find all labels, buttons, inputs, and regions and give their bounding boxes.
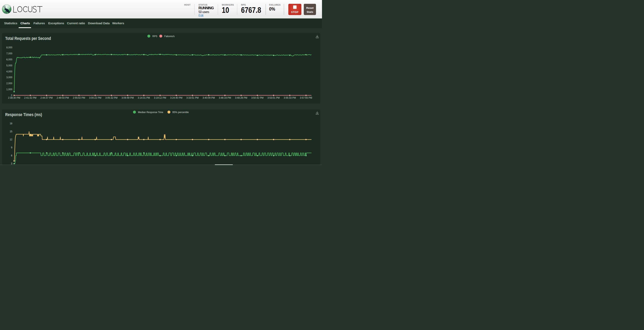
svg-text:2:38:30 PM: 2:38:30 PM [8, 96, 20, 99]
svg-text:3: 3 [11, 162, 12, 165]
svg-text:3:14:31 PM: 3:14:31 PM [138, 96, 150, 99]
svg-text:3:50:42 PM: 3:50:42 PM [251, 96, 264, 99]
svg-text:8,000: 8,000 [6, 46, 12, 49]
svg-text:3:24:40 PM: 3:24:40 PM [170, 96, 182, 99]
svg-text:6: 6 [11, 154, 12, 157]
svg-text:3:00:22 PM: 3:00:22 PM [89, 96, 102, 99]
svg-text:5,000: 5,000 [6, 64, 12, 67]
svg-text:2,000: 2,000 [6, 82, 12, 85]
svg-text:15: 15 [10, 130, 12, 133]
svg-text:7,000: 7,000 [6, 52, 12, 55]
svg-text:4,000: 4,000 [6, 70, 12, 73]
svg-text:12: 12 [10, 138, 12, 141]
svg-text:2:41:32 PM: 2:41:32 PM [24, 96, 36, 99]
svg-text:3:57:55 PM: 3:57:55 PM [300, 96, 312, 99]
svg-text:Response Times (ms): Response Times (ms) [5, 112, 42, 117]
svg-text:3:48:26 PM: 3:48:26 PM [235, 96, 247, 99]
svg-text:2:55:02 PM: 2:55:02 PM [73, 96, 85, 99]
svg-text:3:33:51 PM: 3:33:51 PM [186, 96, 198, 99]
svg-text:3,000: 3,000 [6, 76, 12, 79]
svg-text:3:05:32 PM: 3:05:32 PM [106, 96, 118, 99]
svg-text:3:46:16 PM: 3:46:16 PM [219, 96, 231, 99]
svg-text:2:44:37 PM: 2:44:37 PM [40, 96, 53, 99]
svg-text:3:19:12 PM: 3:19:12 PM [154, 96, 166, 99]
svg-text:RPS: RPS [152, 35, 158, 38]
svg-text:6,000: 6,000 [6, 58, 12, 61]
svg-text:Median Response Time: Median Response Time [138, 111, 163, 114]
svg-text:3:53:01 PM: 3:53:01 PM [268, 96, 280, 99]
svg-text:1,000: 1,000 [6, 88, 12, 91]
svg-text:3:55:33 PM: 3:55:33 PM [284, 96, 296, 99]
svg-text:95% percentile: 95% percentile [172, 111, 189, 114]
svg-text:3:09:49 PM: 3:09:49 PM [122, 96, 134, 99]
svg-text:3:40:09 PM: 3:40:09 PM [202, 96, 215, 99]
svg-text:Total Requests per Second: Total Requests per Second [5, 36, 51, 41]
svg-text:9: 9 [11, 146, 12, 149]
svg-text:2:49:03 PM: 2:49:03 PM [57, 96, 69, 99]
svg-text:Failures/s: Failures/s [164, 35, 175, 38]
svg-text:18: 18 [10, 122, 12, 125]
